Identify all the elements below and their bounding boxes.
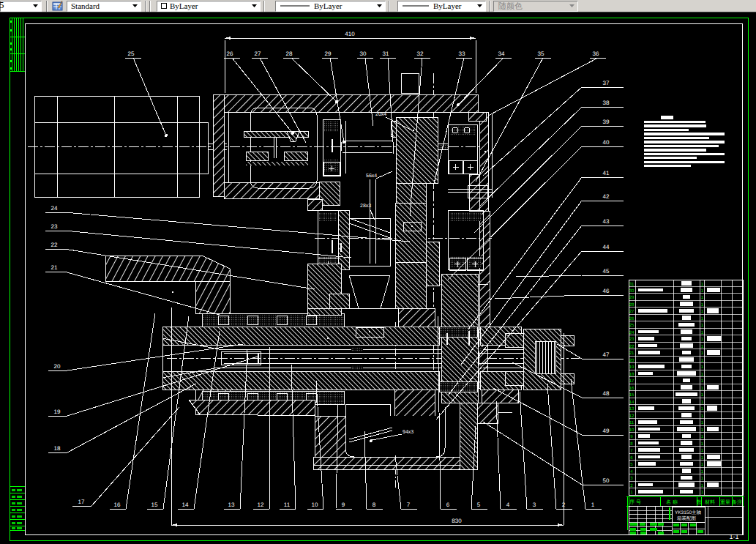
svg-text:34: 34 bbox=[498, 51, 505, 57]
svg-text:24: 24 bbox=[51, 205, 58, 212]
svg-text:15: 15 bbox=[151, 502, 158, 508]
svg-text:11: 11 bbox=[284, 502, 291, 508]
svg-text:3: 3 bbox=[533, 502, 536, 508]
svg-text:41: 41 bbox=[603, 170, 610, 176]
svg-text:36: 36 bbox=[593, 51, 599, 57]
svg-text:28x3: 28x3 bbox=[360, 204, 371, 209]
svg-text:29: 29 bbox=[325, 51, 332, 57]
svg-text:56x4: 56x4 bbox=[366, 174, 377, 179]
svg-text:19: 19 bbox=[54, 409, 61, 415]
svg-text:17: 17 bbox=[78, 499, 85, 505]
svg-text:18: 18 bbox=[54, 445, 61, 452]
svg-text:4: 4 bbox=[506, 502, 510, 508]
svg-text:25: 25 bbox=[128, 51, 135, 57]
svg-text:1: 1 bbox=[591, 502, 595, 508]
svg-text:30: 30 bbox=[360, 51, 367, 57]
svg-text:44: 44 bbox=[603, 244, 610, 250]
svg-text:39: 39 bbox=[603, 119, 610, 125]
svg-text:27: 27 bbox=[255, 51, 261, 57]
svg-text:22: 22 bbox=[51, 242, 58, 248]
svg-text:23: 23 bbox=[51, 223, 58, 230]
svg-text:12: 12 bbox=[258, 502, 264, 508]
svg-text:12: 12 bbox=[629, 414, 635, 419]
svg-text:10: 10 bbox=[312, 502, 318, 508]
svg-text:40: 40 bbox=[603, 139, 610, 146]
svg-text:13: 13 bbox=[228, 502, 235, 508]
svg-text:14: 14 bbox=[182, 502, 189, 508]
svg-text:29: 29 bbox=[629, 295, 635, 300]
svg-text:8: 8 bbox=[373, 502, 376, 508]
svg-text:26: 26 bbox=[629, 316, 635, 321]
svg-text:22: 22 bbox=[629, 344, 635, 349]
svg-text:备注: 备注 bbox=[732, 499, 742, 505]
svg-text:43: 43 bbox=[603, 218, 610, 225]
svg-text:37: 37 bbox=[603, 80, 610, 86]
svg-text:重量: 重量 bbox=[720, 499, 730, 505]
svg-text:24: 24 bbox=[629, 330, 635, 335]
svg-text:2: 2 bbox=[562, 502, 566, 508]
svg-text:5: 5 bbox=[477, 502, 481, 508]
svg-text:16: 16 bbox=[114, 502, 121, 508]
svg-text:16: 16 bbox=[629, 386, 635, 391]
svg-text:21: 21 bbox=[629, 351, 635, 356]
svg-text:YK3150主轴: YK3150主轴 bbox=[675, 510, 701, 515]
svg-text:28: 28 bbox=[629, 302, 635, 308]
svg-text:46: 46 bbox=[603, 288, 610, 294]
svg-text:序 号: 序 号 bbox=[629, 499, 641, 505]
svg-text:1-1: 1-1 bbox=[729, 533, 738, 540]
svg-text:17: 17 bbox=[629, 379, 635, 384]
svg-text:21: 21 bbox=[51, 264, 58, 271]
svg-text:23: 23 bbox=[629, 337, 635, 342]
svg-text:42: 42 bbox=[603, 193, 610, 200]
svg-text:26: 26 bbox=[227, 51, 233, 57]
svg-text:410: 410 bbox=[345, 31, 355, 37]
svg-text:10: 10 bbox=[629, 428, 635, 433]
svg-text:38: 38 bbox=[603, 100, 610, 106]
svg-text:32: 32 bbox=[417, 51, 424, 57]
svg-text:材料: 材料 bbox=[704, 499, 715, 505]
svg-text:830: 830 bbox=[452, 518, 462, 524]
svg-text:45: 45 bbox=[603, 268, 610, 275]
svg-text:31: 31 bbox=[629, 282, 635, 287]
svg-text:31: 31 bbox=[383, 51, 389, 57]
svg-text:94x3: 94x3 bbox=[403, 430, 413, 435]
svg-text:35: 35 bbox=[538, 51, 544, 57]
svg-text:19: 19 bbox=[629, 365, 635, 370]
svg-text:20x4: 20x4 bbox=[375, 112, 386, 117]
svg-text:13: 13 bbox=[629, 406, 635, 411]
svg-text:15: 15 bbox=[629, 392, 635, 398]
svg-text:50: 50 bbox=[603, 477, 610, 484]
svg-text:28: 28 bbox=[286, 51, 293, 57]
svg-text:49: 49 bbox=[603, 428, 610, 434]
svg-text:数: 数 bbox=[697, 499, 702, 505]
svg-text:箱装配图: 箱装配图 bbox=[677, 515, 696, 521]
svg-text:20: 20 bbox=[629, 358, 635, 363]
svg-text:25: 25 bbox=[629, 323, 635, 328]
svg-text:11: 11 bbox=[629, 420, 635, 425]
svg-text:48: 48 bbox=[603, 390, 610, 397]
svg-text:14: 14 bbox=[629, 400, 635, 405]
svg-text:名 称: 名 称 bbox=[666, 499, 678, 505]
svg-text:18: 18 bbox=[629, 372, 635, 377]
svg-text:30: 30 bbox=[629, 288, 635, 294]
svg-text:9: 9 bbox=[342, 502, 345, 508]
svg-text:20: 20 bbox=[54, 363, 61, 370]
svg-text:27: 27 bbox=[629, 309, 635, 314]
svg-text:33: 33 bbox=[459, 51, 465, 57]
svg-text:6: 6 bbox=[446, 502, 450, 508]
svg-text:47: 47 bbox=[603, 351, 610, 358]
svg-text:7: 7 bbox=[407, 502, 411, 508]
